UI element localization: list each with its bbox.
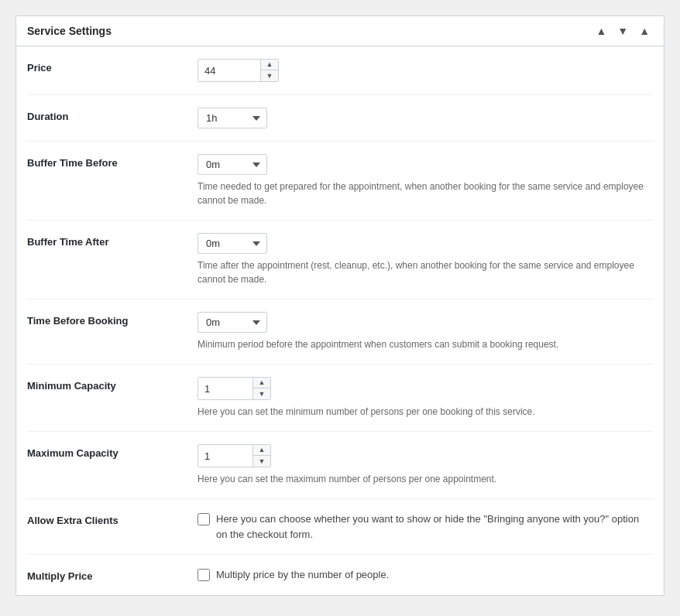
price-input[interactable] [198, 61, 260, 80]
price-increment-button[interactable]: ▲ [261, 60, 278, 70]
maximum-capacity-input[interactable] [198, 447, 252, 466]
duration-select[interactable]: 30m 1h 1h 30m 2h [197, 108, 267, 128]
duration-row: Duration 30m 1h 1h 30m 2h [27, 95, 653, 142]
price-label: Price [27, 59, 197, 74]
buffer-time-after-field: 0m 5m 10m 15m 30m 1h Time after the appo… [197, 233, 653, 286]
minimum-capacity-decrement-button[interactable]: ▼ [253, 388, 270, 399]
price-spinners: ▲ ▼ [260, 60, 278, 81]
time-before-booking-label: Time Before Booking [27, 312, 197, 327]
price-row: Price ▲ ▼ [27, 46, 653, 95]
buffer-time-before-field: 0m 5m 10m 15m 30m 1h Time needed to get … [197, 154, 653, 207]
time-before-booking-row: Time Before Booking 0m 1h 2h 12h 24h 48h… [27, 299, 653, 364]
maximum-capacity-field: ▲ ▼ Here you can set the maximum number … [197, 444, 653, 486]
allow-extra-clients-field: Here you can choose whether you want to … [197, 512, 653, 542]
multiply-price-checkbox-label: Multiply price by the number of people. [216, 567, 389, 583]
minimum-capacity-description: Here you can set the minimum number of p… [197, 405, 653, 419]
buffer-time-before-row: Buffer Time Before 0m 5m 10m 15m 30m 1h … [27, 142, 653, 221]
allow-extra-clients-checkbox-label: Here you can choose whether you want to … [216, 512, 653, 542]
toggle-panel-button[interactable]: ▲ [636, 24, 653, 38]
buffer-time-before-label: Buffer Time Before [27, 154, 197, 169]
maximum-capacity-description: Here you can set the maximum number of p… [197, 472, 653, 486]
price-decrement-button[interactable]: ▼ [261, 70, 278, 81]
maximum-capacity-spinners: ▲ ▼ [252, 445, 270, 467]
price-field: ▲ ▼ [197, 59, 653, 82]
minimum-capacity-spinners: ▲ ▼ [252, 378, 270, 399]
maximum-capacity-label: Maximum Capacity [27, 444, 197, 459]
buffer-time-after-row: Buffer Time After 0m 5m 10m 15m 30m 1h T… [27, 221, 653, 299]
buffer-time-before-select[interactable]: 0m 5m 10m 15m 30m 1h [197, 154, 267, 175]
multiply-price-row: Multiply Price Multiply price by the num… [27, 555, 653, 595]
time-before-booking-field: 0m 1h 2h 12h 24h 48h Minimum period befo… [197, 312, 653, 351]
buffer-time-after-description: Time after the appointment (rest, cleanu… [197, 258, 653, 286]
minimum-capacity-row: Minimum Capacity ▲ ▼ Here you can set th… [27, 364, 653, 432]
minimum-capacity-wrap: ▲ ▼ [197, 377, 271, 400]
multiply-price-checkbox-row: Multiply price by the number of people. [197, 567, 653, 583]
allow-extra-clients-label: Allow Extra Clients [27, 512, 197, 526]
time-before-booking-description: Minimum period before the appointment wh… [197, 337, 653, 351]
minimum-capacity-input[interactable] [198, 379, 252, 399]
duration-label: Duration [27, 108, 197, 122]
allow-extra-clients-row: Allow Extra Clients Here you can choose … [27, 499, 653, 555]
duration-field: 30m 1h 1h 30m 2h [197, 108, 653, 128]
panel-header-icons: ▲ ▼ ▲ [592, 24, 653, 38]
minimum-capacity-field: ▲ ▼ Here you can set the minimum number … [197, 377, 653, 419]
allow-extra-clients-checkbox[interactable] [197, 513, 210, 525]
collapse-up-button[interactable]: ▲ [592, 24, 610, 38]
maximum-capacity-wrap: ▲ ▼ [197, 444, 271, 467]
multiply-price-label: Multiply Price [27, 567, 197, 582]
maximum-capacity-row: Maximum Capacity ▲ ▼ Here you can set th… [27, 432, 653, 499]
multiply-price-field: Multiply price by the number of people. [197, 567, 653, 583]
minimum-capacity-label: Minimum Capacity [27, 377, 197, 392]
service-settings-panel: Service Settings ▲ ▼ ▲ Price ▲ ▼ D [15, 15, 665, 596]
buffer-time-before-description: Time needed to get prepared for the appo… [197, 180, 653, 207]
maximum-capacity-decrement-button[interactable]: ▼ [253, 456, 270, 467]
time-before-booking-select[interactable]: 0m 1h 2h 12h 24h 48h [197, 312, 267, 333]
panel-title: Service Settings [27, 25, 112, 37]
panel-body: Price ▲ ▼ Duration 30m 1h 1h 30m [16, 46, 664, 595]
panel-header: Service Settings ▲ ▼ ▲ [16, 16, 664, 46]
multiply-price-checkbox[interactable] [197, 569, 210, 581]
buffer-time-after-select[interactable]: 0m 5m 10m 15m 30m 1h [197, 233, 267, 254]
minimum-capacity-increment-button[interactable]: ▲ [253, 378, 270, 388]
price-input-wrap: ▲ ▼ [197, 59, 279, 82]
collapse-down-button[interactable]: ▼ [614, 24, 631, 38]
maximum-capacity-increment-button[interactable]: ▲ [253, 445, 270, 456]
buffer-time-after-label: Buffer Time After [27, 233, 197, 248]
allow-extra-clients-checkbox-row: Here you can choose whether you want to … [197, 512, 653, 542]
